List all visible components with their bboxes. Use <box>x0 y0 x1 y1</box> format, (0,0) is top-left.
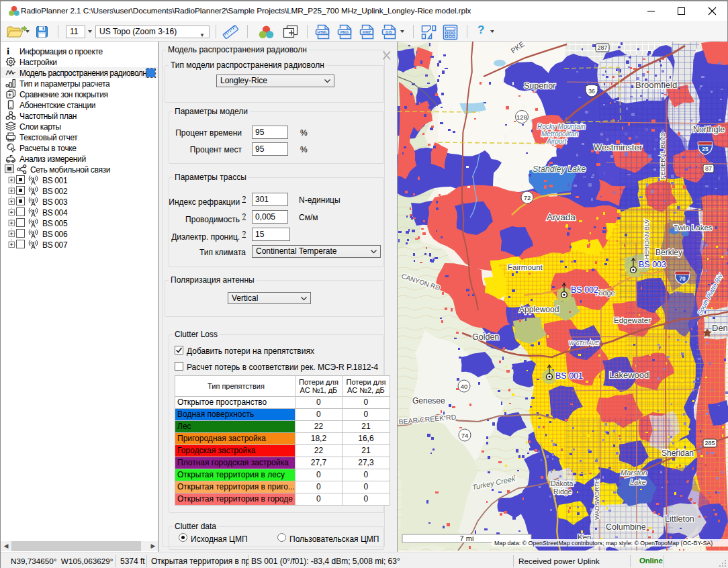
svg-text:Dakota: Dakota <box>551 479 573 487</box>
svg-text:GIS: GIS <box>385 30 392 34</box>
svg-text:Arvada: Arvada <box>547 212 576 222</box>
svg-text:Sheridan: Sheridan <box>662 448 694 458</box>
svg-text:Berkley: Berkley <box>655 248 682 257</box>
svg-text:Genesee: Genesee <box>412 396 445 406</box>
svg-text:WADSWORTH: WADSWORTH <box>594 479 600 520</box>
svg-text:Ridge: Ridge <box>553 487 572 495</box>
svg-text:FEDERAL BLVD: FEDERAL BLVD <box>659 132 666 179</box>
svg-text:70: 70 <box>679 275 686 282</box>
svg-text:W 6TH AVE: W 6TH AVE <box>569 340 599 346</box>
svg-text:Broomfield: Broomfield <box>635 80 677 90</box>
svg-text:287: 287 <box>597 44 607 51</box>
svg-text:Map data: © OpenStreetMap cont: Map data: © OpenStreetMap contributors; … <box>494 540 713 547</box>
svg-text:SHERIDAN BLV: SHERIDAN BLV <box>643 220 650 263</box>
svg-text:KMZ: KMZ <box>363 30 371 34</box>
svg-text:Lakewood: Lakewood <box>609 370 649 380</box>
svg-text:74: 74 <box>461 432 469 439</box>
svg-text:Rocky Mountain: Rocky Mountain <box>537 123 586 130</box>
svg-text:Littleton: Littleton <box>665 514 694 524</box>
svg-text:HTML: HTML <box>318 30 328 34</box>
svg-text:Northgle: Northgle <box>693 125 725 134</box>
svg-text:BS 001: BS 001 <box>555 371 583 381</box>
svg-text:Standley Lake: Standley Lake <box>533 164 586 174</box>
svg-text:Ridge: Ridge <box>596 289 615 297</box>
svg-text:128: 128 <box>516 113 527 121</box>
svg-text:Edgewater: Edgewater <box>614 316 651 324</box>
svg-text:Airport: Airport <box>546 138 567 145</box>
svg-text:7 mi: 7 mi <box>460 534 474 542</box>
svg-text:Marston: Marston <box>621 469 647 477</box>
svg-text:Lake: Lake <box>630 478 646 486</box>
svg-text:Turkey Creek: Turkey Creek <box>471 475 516 491</box>
svg-text:285: 285 <box>704 440 715 446</box>
svg-text:Denver: Denver <box>712 323 728 333</box>
svg-text:25: 25 <box>702 146 709 152</box>
svg-text:87: 87 <box>705 165 712 172</box>
svg-text:Applewood: Applewood <box>519 305 559 314</box>
svg-text:CANYON RD: CANYON RD <box>400 272 441 291</box>
svg-text:Superior: Superior <box>524 81 555 91</box>
svg-text:BEAR CREEK RD: BEAR CREEK RD <box>398 413 457 426</box>
svg-text:Fairmount: Fairmount <box>508 263 543 271</box>
svg-text:BS 002: BS 002 <box>571 285 598 295</box>
svg-text:40: 40 <box>461 383 468 390</box>
svg-text:Golden: Golden <box>472 332 499 342</box>
svg-text:PNG: PNG <box>340 30 349 34</box>
svg-text:Columbine: Columbine <box>606 522 646 532</box>
svg-text:PKE: PKE <box>509 42 526 55</box>
svg-text:South Platte Riv: South Platte Riv <box>696 272 724 316</box>
svg-text:Westminster: Westminster <box>594 142 643 152</box>
svg-text:Metropolitan: Metropolitan <box>541 130 578 138</box>
svg-text:72: 72 <box>524 194 531 201</box>
svg-text:36: 36 <box>588 88 595 95</box>
svg-text:Twin Lakes: Twin Lakes <box>674 224 713 232</box>
svg-text:BS 003: BS 003 <box>639 260 666 269</box>
